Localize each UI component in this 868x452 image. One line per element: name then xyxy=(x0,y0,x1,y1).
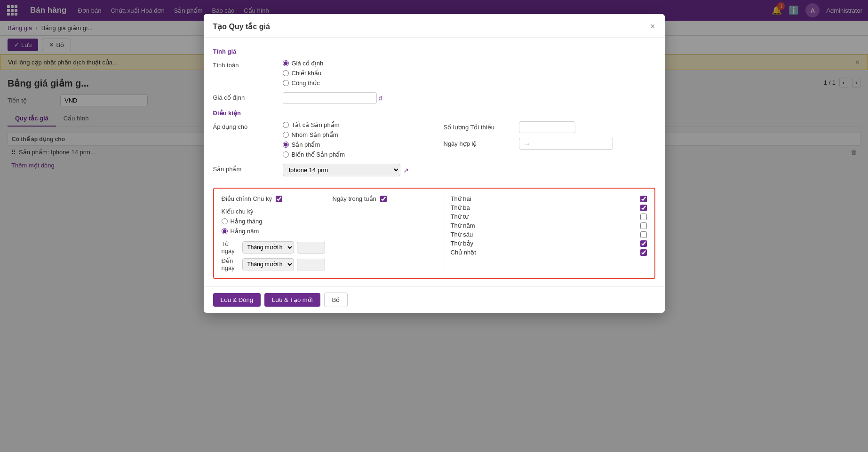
right-conditions-col: Số lượng Tối thiểu 2 Ngày hợp lệ → xyxy=(444,121,655,179)
section-tinh-gia-heading: Tính giá xyxy=(213,48,655,55)
gia-co-dinh-field: 32.000.000 đ xyxy=(283,92,655,104)
ap-dung-label: Áp dụng cho xyxy=(213,121,279,130)
option-chiet-khau[interactable]: Chiết khấu xyxy=(283,70,655,77)
modal-dialog: Tạo Quy tắc giá × Tính giá Tính toán Giá… xyxy=(204,14,665,179)
ngay-hop-le-input[interactable]: → xyxy=(519,138,613,150)
tinh-toan-row: Tính toán Giá cố định Chiết khấu Công th… xyxy=(213,60,655,87)
ap-dung-group[interactable]: Nhóm Sản phẩm xyxy=(283,131,425,138)
san-pham-row: Sản phẩm Iphone 14 prm ↗ xyxy=(213,164,425,176)
ap-dung-col: Áp dụng cho Tất cả Sản phẩm Nhóm Sản phẩ… xyxy=(213,121,425,179)
currency-symbol[interactable]: đ xyxy=(379,95,382,102)
ap-dung-all[interactable]: Tất cả Sản phẩm xyxy=(283,121,425,128)
san-pham-field: Iphone 14 prm ↗ xyxy=(283,164,425,176)
option-gia-co-dinh[interactable]: Giá cố định xyxy=(283,60,655,67)
ngay-hop-le-label: Ngày hợp lệ xyxy=(444,140,514,147)
san-pham-label: Sản phẩm xyxy=(213,164,279,173)
ap-dung-product[interactable]: Sản phẩm xyxy=(283,141,425,148)
modal-header: Tạo Quy tắc giá × xyxy=(204,14,665,38)
modal-title: Tạo Quy tắc giá xyxy=(213,22,270,31)
date-arrow-icon: → xyxy=(524,140,530,147)
section-dieu-kien-heading: Điều kiện xyxy=(213,110,655,117)
san-pham-select[interactable]: Iphone 14 prm xyxy=(283,164,400,176)
modal-body: Tính giá Tính toán Giá cố định Chiết khấ… xyxy=(204,38,665,179)
gia-co-dinh-row: Giá cố định 32.000.000 đ xyxy=(213,92,655,104)
dieu-kien-section: Áp dụng cho Tất cả Sản phẩm Nhóm Sản phẩ… xyxy=(213,121,655,179)
option-cong-thuc[interactable]: Công thức xyxy=(283,79,655,87)
ngay-hop-le-row: Ngày hợp lệ → xyxy=(444,138,655,150)
modal-overlay: Tạo Quy tắc giá × Tính giá Tính toán Giá… xyxy=(0,0,868,179)
gia-co-dinh-input[interactable]: 32.000.000 xyxy=(283,92,377,104)
so-luong-input[interactable]: 2 xyxy=(519,121,575,133)
so-luong-label: Số lượng Tối thiểu xyxy=(444,124,514,131)
so-luong-row: Số lượng Tối thiểu 2 xyxy=(444,121,655,133)
gia-co-dinh-label: Giá cố định xyxy=(213,92,279,101)
tinh-toan-options: Giá cố định Chiết khấu Công thức xyxy=(283,60,655,87)
external-link-icon[interactable]: ↗ xyxy=(403,167,409,174)
tinh-toan-label: Tính toán xyxy=(213,60,279,69)
ap-dung-row: Áp dụng cho Tất cả Sản phẩm Nhóm Sản phẩ… xyxy=(213,121,425,158)
ap-dung-options: Tất cả Sản phẩm Nhóm Sản phẩm Sản phẩm xyxy=(283,121,425,158)
modal-close-button[interactable]: × xyxy=(650,22,655,32)
ap-dung-variant[interactable]: Biến thể Sản phẩm xyxy=(283,151,425,158)
